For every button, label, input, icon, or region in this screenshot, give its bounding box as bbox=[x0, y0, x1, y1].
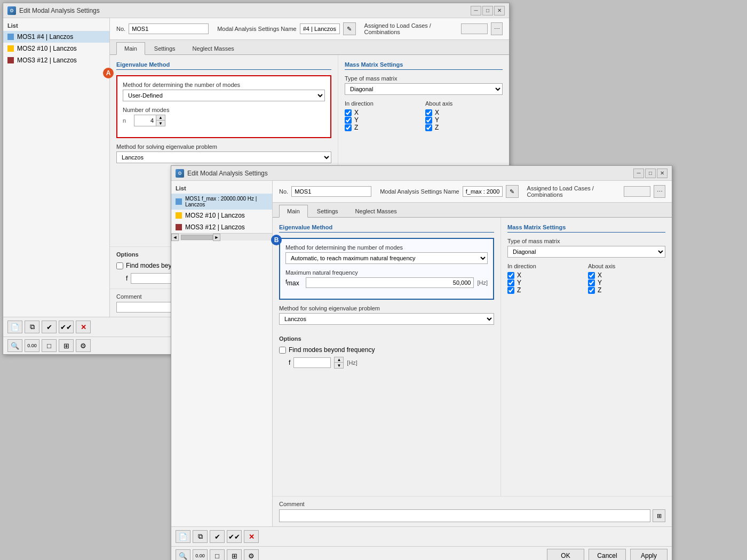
hscroll-b[interactable]: ◄ ► bbox=[171, 233, 272, 241]
assigned-label-a: Assigned to Load Cases / Combinations bbox=[364, 22, 458, 35]
freq-down-b[interactable]: ▼ bbox=[335, 363, 343, 368]
delete-btn-a[interactable]: ✕ bbox=[76, 321, 91, 333]
axis-header-b: About axis bbox=[588, 263, 665, 269]
cancel-btn-b[interactable]: Cancel bbox=[589, 549, 626, 560]
check2-btn-a[interactable]: ✔✔ bbox=[59, 321, 74, 333]
cb-axis-x-input-b[interactable] bbox=[588, 272, 595, 279]
close-btn-b[interactable]: ✕ bbox=[657, 169, 667, 178]
zero-btn-b[interactable]: 0.00 bbox=[193, 549, 208, 560]
list-item-b-1[interactable]: MOS1 f_max : 20000.000 Hz | Lanczos bbox=[171, 194, 272, 210]
minimize-btn-a[interactable]: ─ bbox=[471, 6, 481, 15]
hscroll-bar-b[interactable] bbox=[181, 235, 213, 240]
list-scroll-a[interactable]: MOS1 #4 | Lanczos MOS2 #10 | Lanczos MOS… bbox=[3, 31, 109, 66]
modes-value-a[interactable] bbox=[134, 115, 156, 126]
cb-dir-x-input-b[interactable] bbox=[507, 272, 514, 279]
maximize-btn-b[interactable]: □ bbox=[645, 169, 656, 178]
window-b[interactable]: ⚙ Edit Modal Analysis Settings ─ □ ✕ Lis… bbox=[171, 165, 672, 560]
modes-down-a[interactable]: ▼ bbox=[156, 121, 165, 126]
tab-main-a[interactable]: Main bbox=[116, 42, 145, 55]
ok-btn-b[interactable]: OK bbox=[547, 549, 584, 560]
list-item-a-3[interactable]: MOS3 #12 | Lanczos bbox=[3, 54, 109, 66]
zero-btn-a[interactable]: 0.00 bbox=[25, 339, 39, 352]
no-input-a[interactable]: MOS1 bbox=[129, 23, 209, 34]
list-scroll-b[interactable]: MOS1 f_max : 20000.000 Hz | Lanczos MOS2… bbox=[171, 194, 272, 233]
hscroll-right-b[interactable]: ► bbox=[213, 234, 220, 241]
tab-neglect-b[interactable]: Neglect Masses bbox=[347, 205, 405, 217]
method-select-b[interactable]: User-Defined Automatic, to reach maximum… bbox=[285, 252, 488, 264]
cb-dir-y-input-a[interactable] bbox=[345, 117, 352, 124]
cb-dir-z-input-b[interactable] bbox=[507, 287, 514, 294]
solve-field-b: Method for solving eigenvalue problem La… bbox=[279, 305, 494, 325]
freq-up-b[interactable]: ▲ bbox=[335, 357, 343, 363]
mass-type-select-b[interactable]: Diagonal Consistent bbox=[507, 246, 665, 258]
assigned-input-a[interactable] bbox=[461, 23, 488, 34]
name-input-b[interactable] bbox=[463, 186, 503, 197]
close-btn-a[interactable]: ✕ bbox=[494, 6, 505, 15]
list-item-a-2[interactable]: MOS2 #10 | Lanczos bbox=[3, 43, 109, 54]
assigned-edit-btn-b[interactable]: ⋯ bbox=[654, 185, 665, 198]
check-btn-a[interactable]: ✔ bbox=[42, 321, 57, 333]
cb-axis-y-input-b[interactable] bbox=[588, 279, 595, 286]
freq-input-b[interactable] bbox=[293, 357, 331, 368]
name-edit-btn-b[interactable]: ✎ bbox=[506, 185, 519, 198]
search-btn-b[interactable]: 🔍 bbox=[176, 549, 190, 560]
cb-dir-x-input-a[interactable] bbox=[345, 109, 352, 116]
box-btn-a[interactable]: □ bbox=[42, 339, 57, 352]
fmax-input-b[interactable] bbox=[306, 277, 474, 288]
name-edit-btn-a[interactable]: ✎ bbox=[343, 22, 356, 35]
cb-dir-z-a: Z bbox=[345, 124, 422, 131]
list-label-b-2: MOS2 #10 | Lanczos bbox=[185, 212, 245, 219]
name-input-a[interactable] bbox=[300, 23, 340, 34]
grid-btn-b[interactable]: ⊞ bbox=[227, 549, 242, 560]
cb-dir-y-input-b[interactable] bbox=[507, 279, 514, 286]
right-panel-b: Mass Matrix Settings Type of mass matrix… bbox=[501, 218, 672, 496]
modes-up-a[interactable]: ▲ bbox=[156, 115, 165, 121]
list-item-b-2[interactable]: MOS2 #10 | Lanczos bbox=[171, 210, 272, 221]
freq-spin-b[interactable]: ▲ ▼ bbox=[334, 357, 344, 369]
new-btn-a[interactable]: 📄 bbox=[7, 321, 22, 333]
search-btn-a[interactable]: 🔍 bbox=[7, 339, 22, 352]
delete-btn-b[interactable]: ✕ bbox=[244, 530, 259, 543]
assigned-edit-btn-a[interactable]: ⋯ bbox=[491, 22, 503, 35]
minimize-btn-b[interactable]: ─ bbox=[633, 169, 644, 178]
freq-row-b: f ▲ ▼ [Hz] bbox=[289, 357, 494, 369]
comment-text-b[interactable] bbox=[279, 509, 650, 522]
cb-axis-x-input-a[interactable] bbox=[425, 109, 432, 116]
list-item-a-1[interactable]: MOS1 #4 | Lanczos bbox=[3, 31, 109, 43]
tab-main-b[interactable]: Main bbox=[279, 205, 308, 218]
new-btn-b[interactable]: 📄 bbox=[176, 530, 190, 543]
box-btn-b[interactable]: □ bbox=[210, 549, 225, 560]
grid-btn-a[interactable]: ⊞ bbox=[59, 339, 74, 352]
comment-btn-b[interactable]: ⊞ bbox=[653, 509, 665, 522]
copy-btn-a[interactable]: ⧉ bbox=[25, 321, 39, 333]
solve-select-b[interactable]: Lanczos Subspace Iteration bbox=[279, 313, 494, 325]
find-modes-input-a[interactable] bbox=[116, 262, 123, 269]
settings-btn-b[interactable]: ⚙ bbox=[244, 549, 259, 560]
check2-btn-b[interactable]: ✔✔ bbox=[227, 530, 242, 543]
list-color-b-2 bbox=[176, 212, 182, 219]
solve-select-a[interactable]: Lanczos Subspace Iteration bbox=[116, 151, 331, 163]
tab-neglect-a[interactable]: Neglect Masses bbox=[185, 42, 242, 54]
tab-settings-a[interactable]: Settings bbox=[146, 42, 184, 54]
mass-type-select-a[interactable]: Diagonal Consistent bbox=[345, 83, 503, 95]
settings-btn-a[interactable]: ⚙ bbox=[76, 339, 91, 352]
apply-btn-b[interactable]: Apply bbox=[630, 549, 667, 560]
modes-spinbtns-a[interactable]: ▲ ▼ bbox=[156, 115, 165, 126]
assigned-input-b[interactable] bbox=[624, 186, 650, 197]
hscroll-left-b[interactable]: ◄ bbox=[171, 234, 179, 241]
cb-dir-z-input-a[interactable] bbox=[345, 124, 352, 131]
list-item-b-3[interactable]: MOS3 #12 | Lanczos bbox=[171, 221, 272, 233]
mass-type-field-b: Type of mass matrix Diagonal Consistent bbox=[507, 238, 665, 258]
method-select-a[interactable]: User-Defined Automatic, to reach maximum… bbox=[123, 90, 325, 101]
find-modes-input-b[interactable] bbox=[279, 347, 286, 354]
check-btn-b[interactable]: ✔ bbox=[210, 530, 225, 543]
modes-spin-a[interactable]: ▲ ▼ bbox=[134, 115, 165, 126]
cb-axis-z-input-a[interactable] bbox=[425, 124, 432, 131]
cb-axis-z-input-b[interactable] bbox=[588, 287, 595, 294]
copy-btn-b[interactable]: ⧉ bbox=[193, 530, 208, 543]
comment-label-b: Comment bbox=[279, 501, 665, 507]
no-input-b[interactable] bbox=[291, 186, 371, 197]
maximize-btn-a[interactable]: □ bbox=[482, 6, 493, 15]
cb-axis-y-input-a[interactable] bbox=[425, 117, 432, 124]
tab-settings-b[interactable]: Settings bbox=[309, 205, 346, 217]
